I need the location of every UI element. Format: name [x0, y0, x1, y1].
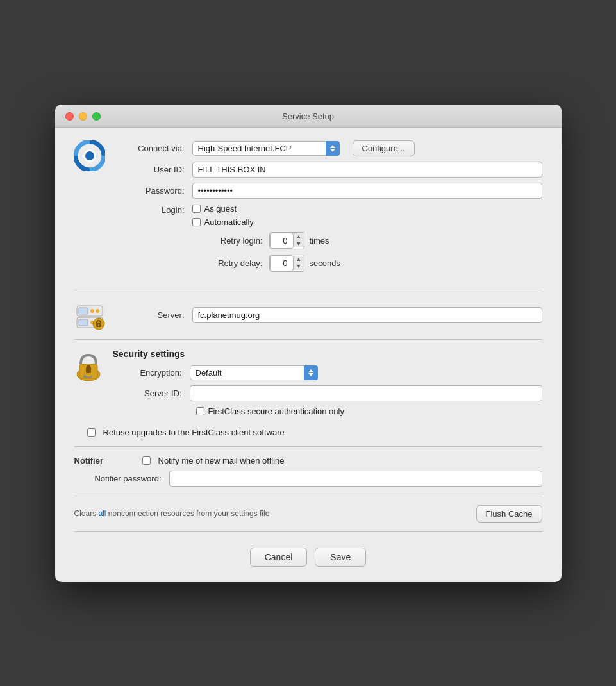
retry-login-buttons: ▲ ▼	[294, 233, 304, 247]
retry-login-label: Retry login:	[192, 236, 269, 246]
login-options: As guest Automatically Retry login:	[192, 204, 542, 272]
minimize-button[interactable]	[79, 112, 87, 121]
as-guest-row: As guest	[192, 204, 542, 213]
retry-login-unit: times	[310, 236, 329, 246]
login-label: Login:	[115, 204, 192, 215]
server-icon	[74, 299, 105, 330]
encryption-label: Encryption:	[113, 368, 190, 378]
encryption-select-wrapper: Default SSL None	[190, 365, 318, 380]
retry-delay-input[interactable]	[270, 255, 294, 271]
svg-point-10	[96, 309, 99, 313]
retry-login-stepper: ▲ ▼	[269, 232, 304, 249]
notify-mail-label: Notify me of new mail when offline	[158, 456, 285, 465]
connect-via-row: Connect via: High-Speed Internet.FCP Mod…	[115, 140, 542, 156]
notify-mail-checkbox[interactable]	[142, 456, 151, 465]
content-area: Connect via: High-Speed Internet.FCP Mod…	[55, 128, 562, 582]
connect-icon	[74, 140, 105, 171]
firstclass-auth-row: FirstClass secure authentication only	[196, 406, 542, 416]
flush-cache-section: Clears all nonconnection resources from …	[74, 505, 542, 523]
notifier-password-row: Notifier password:	[74, 471, 542, 487]
notifier-heading-row: Notifier Notify me of new mail when offl…	[74, 456, 542, 465]
server-form-fields: Server:	[115, 299, 542, 328]
divider-2	[74, 339, 542, 340]
notifier-heading: Notifier	[74, 456, 132, 465]
automatically-checkbox[interactable]	[192, 218, 201, 226]
security-form-fields: Security settings Encryption: Default SS…	[113, 349, 542, 421]
connect-form-fields: Connect via: High-Speed Internet.FCP Mod…	[115, 140, 542, 277]
connect-via-label: Connect via:	[115, 144, 192, 153]
svg-rect-13	[98, 324, 99, 326]
retry-delay-buttons: ▲ ▼	[294, 256, 304, 270]
maximize-button[interactable]	[92, 112, 101, 121]
notifier-password-label: Notifier password:	[74, 474, 169, 483]
security-heading: Security settings	[113, 349, 542, 359]
retry-delay-row: Retry delay: ▲ ▼ seconds	[192, 255, 542, 272]
server-name-row: Server:	[115, 307, 542, 323]
retry-delay-label: Retry delay:	[192, 258, 269, 268]
svg-rect-4	[79, 319, 88, 326]
as-guest-checkbox[interactable]	[192, 205, 201, 213]
retry-delay-unit: seconds	[310, 258, 340, 268]
notifier-section: Notifier Notify me of new mail when offl…	[74, 456, 542, 487]
svg-point-2	[85, 151, 94, 160]
refuse-upgrades-checkbox[interactable]	[87, 428, 96, 437]
automatically-label: Automatically	[204, 217, 254, 227]
action-buttons: Cancel Save	[74, 541, 542, 567]
firstclass-auth-label: FirstClass secure authentication only	[208, 406, 344, 416]
connect-via-select-wrapper: High-Speed Internet.FCP Modem Other	[192, 141, 340, 156]
server-label: Server:	[115, 310, 192, 320]
password-label: Password:	[115, 186, 192, 196]
retry-delay-up-button[interactable]: ▲	[294, 256, 304, 263]
title-bar: Service Setup	[55, 105, 562, 128]
cache-description: Clears all nonconnection resources from …	[74, 509, 476, 518]
server-id-row: Server ID:	[113, 385, 542, 401]
login-row: Login: As guest Automatically Retry log	[115, 204, 542, 272]
traffic-lights	[65, 112, 101, 121]
connect-section: Connect via: High-Speed Internet.FCP Mod…	[74, 140, 542, 281]
automatically-row: Automatically	[192, 217, 542, 227]
retry-login-down-button[interactable]: ▼	[294, 240, 304, 247]
divider-5	[74, 531, 542, 532]
cancel-button[interactable]: Cancel	[250, 548, 308, 567]
save-button[interactable]: Save	[315, 548, 366, 567]
userid-input[interactable]	[192, 162, 542, 178]
security-section: Security settings Encryption: Default SS…	[74, 349, 542, 421]
svg-rect-8	[79, 308, 88, 314]
configure-button[interactable]: Configure...	[353, 140, 415, 156]
refuse-upgrades-label: Refuse upgrades to the FirstClass client…	[103, 428, 285, 437]
window-title: Service Setup	[282, 112, 334, 121]
userid-label: User ID:	[115, 165, 192, 174]
security-icon	[74, 349, 103, 380]
close-button[interactable]	[65, 112, 74, 121]
encryption-row: Encryption: Default SSL None	[113, 365, 542, 380]
password-input[interactable]	[192, 183, 542, 199]
refuse-upgrades-row: Refuse upgrades to the FirstClass client…	[87, 428, 542, 437]
notify-mail-row: Notify me of new mail when offline	[142, 456, 285, 465]
retry-login-up-button[interactable]: ▲	[294, 233, 304, 240]
encryption-select[interactable]: Default SSL None	[190, 365, 318, 380]
flush-cache-button[interactable]: Flush Cache	[476, 505, 542, 523]
retry-delay-down-button[interactable]: ▼	[294, 263, 304, 270]
password-row: Password:	[115, 183, 542, 199]
retry-login-input[interactable]	[270, 233, 294, 249]
divider-3	[74, 446, 542, 447]
connect-via-select[interactable]: High-Speed Internet.FCP Modem Other	[192, 141, 340, 156]
as-guest-label: As guest	[204, 204, 237, 213]
divider-4	[74, 496, 542, 496]
cache-all-word: all	[99, 509, 106, 518]
server-input[interactable]	[192, 307, 542, 323]
divider-1	[74, 290, 542, 290]
retry-delay-stepper: ▲ ▼	[269, 255, 304, 272]
svg-point-17	[87, 365, 90, 369]
notifier-password-input[interactable]	[169, 471, 542, 487]
svg-point-9	[90, 309, 94, 313]
server-id-input[interactable]	[190, 385, 542, 401]
firstclass-auth-checkbox[interactable]	[196, 407, 204, 415]
server-section: Server:	[74, 299, 542, 330]
retry-login-row: Retry login: ▲ ▼ times	[192, 232, 542, 249]
userid-row: User ID:	[115, 162, 542, 178]
server-id-label: Server ID:	[113, 389, 190, 398]
service-setup-window: Service Setup Connect via:	[55, 105, 562, 582]
